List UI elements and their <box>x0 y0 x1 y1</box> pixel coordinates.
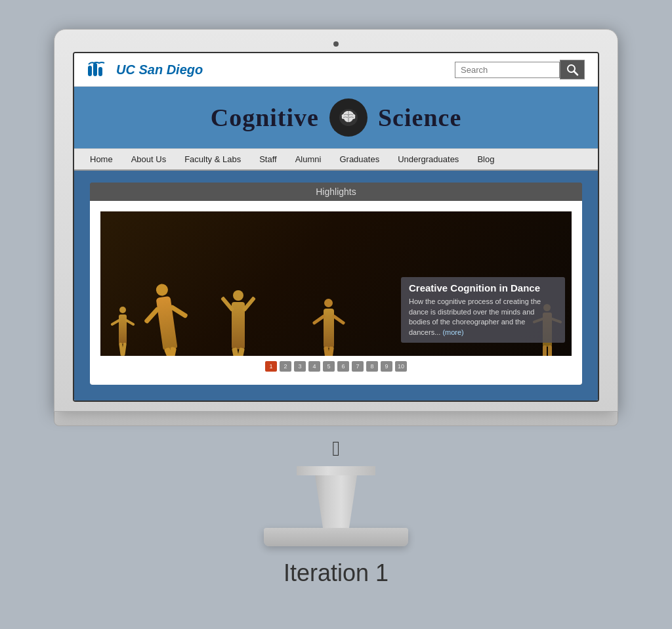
banner-title-right: Science <box>378 103 461 132</box>
nav-item-alumni[interactable]: Alumni <box>286 149 331 169</box>
search-area <box>455 60 585 79</box>
dance-scene: Creative Cognition in Dance How the cogn… <box>100 211 572 356</box>
nav-item-graduates[interactable]: Graduates <box>330 149 388 169</box>
monitor-stand-neck <box>310 475 362 528</box>
page-dot-6[interactable]: 6 <box>337 361 349 372</box>
apple-logo:  <box>332 437 340 461</box>
monitor-stand-top <box>297 466 375 475</box>
slideshow: Creative Cognition in Dance How the cogn… <box>100 211 572 356</box>
nav-item-about[interactable]: About Us <box>122 149 175 169</box>
dancer-figure-3 <box>232 302 245 349</box>
slide-more-link[interactable]: (more) <box>442 328 463 336</box>
screen: UC San Diego Cognitive <box>73 52 599 402</box>
monitor-chin <box>54 412 618 426</box>
banner-title-left: Cognitive <box>211 103 319 132</box>
ucsd-logo: UC San Diego <box>87 60 203 79</box>
slide-pagination: 1 2 3 4 5 6 7 8 9 10 <box>100 356 572 374</box>
page-dot-10[interactable]: 10 <box>395 361 407 372</box>
svg-rect-1 <box>93 63 97 76</box>
dancer-figure-2 <box>159 297 174 349</box>
highlights-inner: Creative Cognition in Dance How the cogn… <box>90 201 582 385</box>
brain-icon <box>329 98 368 137</box>
page-dot-9[interactable]: 9 <box>381 361 392 372</box>
site-content: Highlights <box>74 171 598 401</box>
svg-line-4 <box>574 72 578 76</box>
slide-caption: Creative Cognition in Dance How the cogn… <box>401 277 565 343</box>
highlights-header: Highlights <box>90 183 582 201</box>
svg-rect-2 <box>98 67 102 76</box>
page-dot-1[interactable]: 1 <box>265 361 277 372</box>
nav-item-faculty[interactable]: Faculty & Labs <box>175 149 250 169</box>
dancer-figure-4 <box>324 309 334 348</box>
nav-item-staff[interactable]: Staff <box>250 149 286 169</box>
site-banner: Cognitive Science <box>74 87 598 148</box>
iteration-label: Iteration 1 <box>284 559 388 587</box>
ucsd-logo-icon <box>87 60 112 79</box>
imac-monitor: UC San Diego Cognitive <box>54 29 618 546</box>
search-button[interactable] <box>560 60 585 79</box>
nav-item-undergrads[interactable]: Undergraduates <box>388 149 468 169</box>
brain-svg <box>337 106 360 129</box>
monitor-outer: UC San Diego Cognitive <box>54 29 618 412</box>
svg-rect-0 <box>88 66 92 76</box>
page-dot-8[interactable]: 8 <box>366 361 378 372</box>
page-dot-7[interactable]: 7 <box>352 361 364 372</box>
site-header-top: UC San Diego <box>74 53 598 87</box>
page-dot-5[interactable]: 5 <box>323 361 335 372</box>
page-dot-3[interactable]: 3 <box>294 361 306 372</box>
page-dot-4[interactable]: 4 <box>308 361 320 372</box>
camera-dot <box>333 41 339 47</box>
search-input[interactable] <box>455 62 560 78</box>
monitor-stand-base <box>264 528 408 546</box>
nav-bar: Home About Us Faculty & Labs Staff Alumn… <box>74 148 598 171</box>
nav-item-home[interactable]: Home <box>81 149 122 169</box>
dancer-figure-1 <box>119 314 127 344</box>
slide-caption-text: How the cognitive process of creating th… <box>409 297 557 337</box>
search-icon <box>566 63 579 76</box>
slide-caption-title: Creative Cognition in Dance <box>409 282 557 293</box>
page-wrapper: UC San Diego Cognitive <box>0 16 672 613</box>
highlights-box: Highlights <box>90 183 582 385</box>
nav-item-blog[interactable]: Blog <box>468 149 503 169</box>
ucsd-logo-text: UC San Diego <box>116 62 203 77</box>
page-dot-2[interactable]: 2 <box>280 361 291 372</box>
